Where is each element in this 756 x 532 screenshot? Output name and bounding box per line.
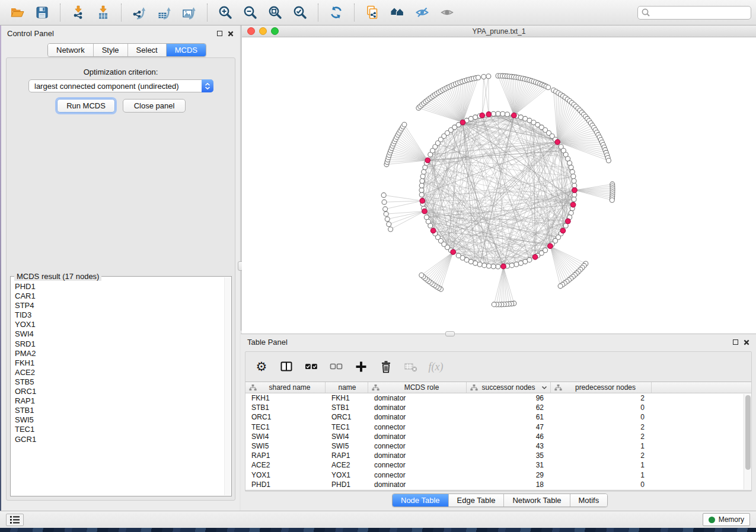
open-file-button[interactable] (5, 2, 30, 23)
mcds-hub-node (572, 188, 578, 193)
tab-select[interactable]: Select (128, 44, 167, 56)
zoom-fit-button[interactable] (263, 2, 288, 23)
network-node (496, 264, 500, 269)
table-row[interactable]: SWI5SWI5connector431 (245, 441, 751, 451)
column-header-predecessor-nodes[interactable]: predecessor nodes (551, 382, 652, 393)
table-row[interactable]: STB1STB1dominator620 (245, 403, 751, 412)
mcds-hub-node (566, 219, 571, 224)
show-details-button[interactable] (435, 2, 460, 23)
table-row[interactable]: TEC1TEC1connector472 (245, 422, 751, 432)
column-header-successor-nodes[interactable]: successor nodes (467, 382, 551, 393)
network-canvas[interactable] (242, 37, 756, 334)
mcds-node-item[interactable]: TID3 (15, 310, 231, 320)
float-panel-icon[interactable] (217, 31, 222, 36)
window-close-icon[interactable] (247, 27, 255, 35)
mcds-node-item[interactable]: CAR1 (15, 291, 231, 301)
deselect-all-button[interactable] (328, 359, 344, 374)
tab-edge-table[interactable]: Edge Table (449, 494, 505, 507)
cell: SWI5 (245, 442, 326, 450)
mcds-result-group: MCDS result (17 nodes) PHD1CAR1STP4TID3Y… (10, 276, 232, 496)
network-node (482, 263, 487, 268)
column-header-MCDS-role[interactable]: MCDS role (368, 382, 467, 393)
export-image-button[interactable] (177, 2, 202, 23)
refresh-button[interactable] (324, 2, 349, 23)
mcds-node-item[interactable]: YOX1 (15, 320, 231, 329)
import-network-button[interactable] (66, 2, 91, 23)
home-networks-button[interactable] (385, 2, 410, 23)
table-row[interactable]: SWI4SWI4dominator462 (245, 432, 751, 441)
window-maximize-icon[interactable] (271, 27, 279, 35)
close-panel-button[interactable]: Close panel (123, 99, 186, 113)
mcds-node-item[interactable]: SWI4 (15, 329, 231, 339)
task-history-button[interactable] (6, 514, 24, 526)
mcds-node-item[interactable]: STB1 (15, 406, 231, 415)
table-row[interactable]: ORC1ORC1dominator610 (245, 412, 751, 422)
search-input[interactable] (650, 8, 748, 17)
share-document-button[interactable] (360, 2, 385, 23)
delete-table-icon (404, 360, 418, 373)
zoom-selected-button[interactable] (288, 2, 312, 23)
zoom-out-button[interactable] (238, 2, 263, 23)
mcds-node-item[interactable]: TEC1 (15, 425, 231, 434)
table-settings-button[interactable]: ⚙ (254, 359, 269, 374)
column-layout-button[interactable] (279, 359, 294, 374)
import-table-button[interactable] (91, 2, 116, 23)
add-column-button[interactable] (353, 359, 369, 374)
scrollbar-thumb[interactable] (745, 395, 751, 470)
tab-network-table[interactable]: Network Table (504, 494, 570, 507)
mcds-node-item[interactable]: GCR1 (15, 435, 231, 444)
mcds-hub-node (430, 228, 436, 233)
table-row[interactable]: PHD1PHD1dominator180 (245, 480, 751, 489)
mcds-node-item[interactable]: PHD1 (15, 282, 231, 291)
mcds-node-item[interactable]: FKH1 (15, 358, 231, 368)
column-header-name[interactable]: name (326, 382, 368, 393)
mcds-node-item[interactable]: ORC1 (15, 387, 231, 396)
window-minimize-icon[interactable] (259, 27, 267, 35)
mcds-list-scrollbar[interactable] (224, 277, 231, 495)
tab-node-table[interactable]: Node Table (393, 494, 449, 507)
tab-style[interactable]: Style (94, 44, 128, 56)
tab-network[interactable]: Network (48, 44, 94, 56)
network-node (572, 197, 576, 202)
table-row[interactable]: FKH1FKH1dominator962 (245, 393, 751, 403)
tab-motifs[interactable]: Motifs (570, 494, 608, 507)
run-mcds-button[interactable]: Run MCDS (57, 99, 115, 113)
mcds-node-item[interactable]: STP4 (15, 301, 231, 310)
function-builder-button[interactable]: f(x) (428, 359, 444, 374)
table-row[interactable]: ACE2ACE2connector311 (245, 460, 751, 470)
delete-column-button[interactable] (378, 359, 394, 374)
float-panel-icon[interactable] (733, 339, 738, 345)
optimization-criterion-select[interactable]: largest connected component (undirected) (28, 79, 213, 92)
mcds-node-item[interactable]: SRD1 (15, 339, 231, 349)
mcds-node-item[interactable]: RAP1 (15, 396, 231, 406)
table-scrollbar[interactable] (744, 394, 751, 489)
memory-button[interactable]: Memory (703, 513, 750, 526)
cell: PHD1 (326, 480, 368, 489)
divider-grip-icon[interactable] (445, 331, 455, 336)
close-panel-icon[interactable] (228, 31, 234, 37)
cell: 1 (551, 471, 652, 479)
mcds-node-item[interactable]: ACE2 (15, 368, 231, 377)
export-table-button[interactable] (152, 2, 177, 23)
column-header-shared-name[interactable]: shared name (245, 382, 326, 393)
save-session-button[interactable] (30, 2, 55, 23)
table-row[interactable]: RAP1RAP1dominator352 (245, 451, 751, 460)
export-network-button[interactable] (127, 2, 152, 23)
select-all-button[interactable] (304, 359, 319, 374)
cell: dominator (368, 394, 467, 402)
close-panel-icon[interactable] (744, 339, 749, 345)
cell: FKH1 (245, 394, 326, 402)
network-node (419, 183, 424, 188)
mcds-node-item[interactable]: PMA2 (15, 349, 231, 358)
mcds-node-item[interactable]: SWI5 (15, 415, 231, 425)
mcds-node-item[interactable]: STB5 (15, 377, 231, 387)
tab-mcds[interactable]: MCDS (167, 44, 206, 56)
screen: Control Panel NetworkStyleSelectMCDS Opt… (0, 0, 756, 532)
zoom-in-button[interactable] (213, 2, 238, 23)
cell: PHD1 (245, 480, 326, 489)
toolbar-separator (318, 4, 318, 21)
hide-details-button[interactable] (410, 2, 435, 23)
table-row[interactable]: YOX1YOX1connector291 (245, 470, 751, 480)
mcds-hub-node (451, 249, 456, 255)
delete-table-button[interactable] (403, 359, 419, 374)
